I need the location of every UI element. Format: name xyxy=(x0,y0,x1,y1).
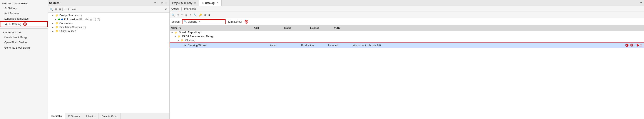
green-status-dot xyxy=(58,19,60,20)
clocking-wizard-icon: ⚙ xyxy=(184,44,186,47)
project-summary-close[interactable]: ✕ xyxy=(194,2,196,4)
interfaces-tab[interactable]: Interfaces xyxy=(184,7,196,11)
pll-design-label: PLL_design (PLL_design.v) (5) xyxy=(64,18,100,21)
sidebar-item-open-block[interactable]: Open Block Design xyxy=(0,40,48,45)
sources-minimize-btn[interactable]: − xyxy=(157,1,160,5)
sources-settings-btn[interactable]: ⚙ xyxy=(164,8,168,11)
vivado-repo-node[interactable]: ▼ 📁 Vivado Repository xyxy=(170,31,644,34)
sources-expand-btn[interactable]: ⊞ xyxy=(58,8,62,11)
tab-hierarchy[interactable]: Hierarchy xyxy=(48,113,65,119)
open-block-label: Open Block Design xyxy=(4,41,27,44)
sources-collapse-btn[interactable]: ⊟ xyxy=(54,8,58,11)
design-sources-chevron: ▼ xyxy=(52,14,54,17)
clocking-wizard-license: Included xyxy=(328,44,352,47)
clocking-wizard-vlnv: xilinx.com:ip:clk_wiz:6.0 xyxy=(353,44,622,47)
ip-stop-btn[interactable]: ■ xyxy=(208,13,210,17)
lang-templates-label: Language Templates xyxy=(4,17,28,20)
add-sources-label: Add Sources xyxy=(4,12,19,15)
ip-connect-btn[interactable]: ↗ xyxy=(189,13,192,17)
search-label: Search: xyxy=(172,20,180,23)
constraints-chevron: ▶ xyxy=(52,22,54,25)
cores-tab[interactable]: Cores xyxy=(172,7,179,11)
sort-icon[interactable]: ⌃1 xyxy=(178,27,182,29)
sidebar-item-add-sources[interactable]: Add Sources xyxy=(0,11,48,16)
blue-status-dot xyxy=(61,19,63,20)
constraints-node[interactable]: ▶ 📁 Constraints xyxy=(48,21,170,25)
pll-design-node[interactable]: ▶ PLL_design (PLL_design.v) (5) xyxy=(48,18,170,21)
ip-help-btn[interactable]: ? xyxy=(638,1,644,6)
tab-compile-order[interactable]: Compile Order xyxy=(99,113,121,119)
clocking-chevron: ▼ xyxy=(177,39,180,42)
toolbar-divider-2 xyxy=(71,8,71,11)
clocking-label: Clocking xyxy=(185,39,267,42)
sources-add-btn[interactable]: + xyxy=(64,8,66,11)
ip-table-header: Name ⌃1 AXI4 Status License VLNV xyxy=(170,25,644,31)
ip-catalog-label: IP Catalog xyxy=(9,23,21,26)
design-sources-label: Design Sources (1) xyxy=(60,14,82,17)
toolbar-divider-1 xyxy=(62,8,63,11)
ip-catalog-icon: 🔌 xyxy=(4,23,8,26)
vivado-repo-label: Vivado Repository xyxy=(179,31,260,34)
tab-project-summary[interactable]: Project Summary ✕ xyxy=(170,0,199,6)
tab-libraries[interactable]: Libraries xyxy=(83,113,98,119)
search-box[interactable]: 🔍 clocking ✕ xyxy=(182,19,226,24)
project-summary-label: Project Summary xyxy=(172,2,192,5)
utility-chevron: ▶ xyxy=(52,30,54,33)
sim-folder-icon: 📁 xyxy=(55,26,58,29)
sources-help-btn[interactable]: ? xyxy=(154,1,156,5)
col-vlnv-header: VLNV xyxy=(334,27,643,29)
ip-panel: Project Summary ✕ IP Catalog ✕ ? Cores I… xyxy=(170,0,644,119)
utility-sources-label: Utility Sources xyxy=(60,30,76,33)
col-status-header: Status xyxy=(284,27,310,29)
name-col-label: Name xyxy=(171,27,178,29)
step-badge-1: ① xyxy=(23,23,27,26)
search-clear-btn[interactable]: ✕ xyxy=(198,20,200,23)
clocking-wizard-node[interactable]: ⚙ Clocking Wizard AXI4 Production Includ… xyxy=(170,42,644,48)
clocking-wizard-axi4: AXI4 xyxy=(270,44,300,47)
design-sources-node[interactable]: ▼ 📁 Design Sources (1) xyxy=(48,14,170,18)
sidebar-item-create-block[interactable]: Create Block Design xyxy=(0,35,48,40)
sources-panel: Sources ? − □ ✕ 🔍 ⊟ ⊞ + ⊡ ● 0 ⚙ ▼ 📁 Desi… xyxy=(48,0,170,119)
sources-close-btn[interactable]: ✕ xyxy=(165,1,168,5)
sources-header: Sources ? − □ ✕ xyxy=(48,0,170,6)
annotation-text-3: ③：双击 xyxy=(630,43,642,47)
design-sources-folder-icon: 📁 xyxy=(55,14,58,17)
utility-sources-node[interactable]: ▶ 📁 Utility Sources xyxy=(48,29,170,33)
tab-ip-sources[interactable]: IP Sources xyxy=(65,113,83,119)
ip-search-btn[interactable]: 🔍 xyxy=(171,13,176,17)
ip-expand-btn[interactable]: ⊞ xyxy=(180,13,184,17)
fpga-features-node[interactable]: ▼ 📁 FPGA Features and Design xyxy=(170,34,644,38)
constraints-label: Constraints xyxy=(60,22,73,25)
ip-catalog-close[interactable]: ✕ xyxy=(216,2,219,4)
sources-count: ● 0 xyxy=(72,8,76,11)
clocking-wizard-status: Production xyxy=(301,44,327,47)
design-sources-count: (1) xyxy=(78,14,82,17)
ip-wrench-btn[interactable]: 🔧 xyxy=(193,13,198,17)
search-input-value: clocking xyxy=(188,20,197,23)
gear-icon: ⚙ xyxy=(4,7,7,10)
utility-folder-icon: 📁 xyxy=(55,30,58,33)
ip-collapse-btn[interactable]: ⊟ xyxy=(176,13,180,17)
sidebar-item-gen-block[interactable]: Generate Block Design xyxy=(0,45,48,50)
cores-interfaces-bar: Cores Interfaces xyxy=(170,6,644,12)
search-row: Search: 🔍 clocking ✕ (2 matches) ② xyxy=(170,18,644,25)
ip-config-btn[interactable]: ⚙ xyxy=(203,13,207,17)
tab-ip-catalog[interactable]: IP Catalog ✕ xyxy=(199,0,222,6)
sources-search-btn[interactable]: 🔍 xyxy=(49,8,54,11)
sidebar-item-ip-catalog[interactable]: 🔌 IP Catalog ① xyxy=(0,21,48,27)
step-annotation-3: ③ xyxy=(625,43,628,48)
col-license-header: License xyxy=(310,27,334,29)
sources-maximize-btn[interactable]: □ xyxy=(161,1,164,5)
ip-key-btn[interactable]: 🔑 xyxy=(198,13,203,17)
clocking-folder-icon: 📁 xyxy=(180,39,184,42)
sources-tree: ▼ 📁 Design Sources (1) ▶ PLL_design (PLL… xyxy=(48,13,170,113)
pll-chevron: ▶ xyxy=(55,18,58,21)
fpga-chevron: ▼ xyxy=(174,35,176,38)
ip-filter-btn[interactable]: ⚙ xyxy=(184,13,188,17)
sidebar-item-lang-templates[interactable]: Language Templates xyxy=(0,16,48,21)
sidebar-item-settings[interactable]: ⚙ Settings xyxy=(0,6,48,11)
sources-refresh-btn[interactable]: ⊡ xyxy=(67,8,70,11)
simulation-sources-node[interactable]: ▶ 📁 Simulation Sources (1) xyxy=(48,25,170,29)
clocking-wizard-label: Clocking Wizard xyxy=(188,44,269,47)
clocking-node[interactable]: ▼ 📁 Clocking xyxy=(170,38,644,42)
